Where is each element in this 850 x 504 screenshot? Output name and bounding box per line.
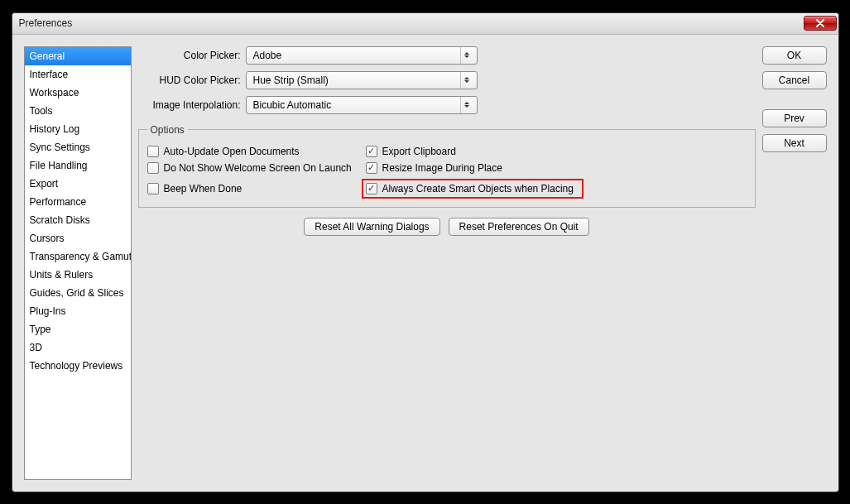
resize-place-check[interactable]: Resize Image During Place	[366, 162, 747, 174]
sidebar-item-technology-previews[interactable]: Technology Previews	[25, 357, 131, 375]
sidebar-item-cursors[interactable]: Cursors	[25, 229, 131, 247]
preferences-window: Preferences General Interface Workspace …	[12, 12, 839, 492]
sidebar-item-history-log[interactable]: History Log	[25, 120, 131, 138]
prev-button[interactable]: Prev	[762, 109, 827, 127]
sidebar-item-transparency-gamut[interactable]: Transparency & Gamut	[25, 247, 131, 266]
sidebar-item-guides-grid-slices[interactable]: Guides, Grid & Slices	[25, 284, 131, 302]
checkbox-icon	[147, 183, 159, 194]
sidebar-item-sync-settings[interactable]: Sync Settings	[25, 138, 131, 156]
options-group: Options Auto-Update Open Documents Expor…	[138, 124, 756, 208]
next-button[interactable]: Next	[762, 134, 827, 152]
dialog-buttons: OK Cancel Prev Next	[762, 46, 827, 480]
interpolation-value: Bicubic Automatic	[253, 99, 332, 111]
beep-check[interactable]: Beep When Done	[147, 179, 363, 199]
reset-prefs-on-quit-button[interactable]: Reset Preferences On Quit	[449, 218, 589, 236]
hud-picker-row: HUD Color Picker: Hue Strip (Small)	[138, 71, 756, 89]
hud-picker-label: HUD Color Picker:	[138, 74, 246, 86]
beep-label: Beep When Done	[164, 183, 243, 194]
updown-icon	[460, 47, 473, 64]
ok-button[interactable]: OK	[762, 46, 827, 65]
reset-buttons-row: Reset All Warning Dialogs Reset Preferen…	[138, 218, 756, 236]
interpolation-row: Image Interpolation: Bicubic Automatic	[138, 96, 756, 114]
color-picker-label: Color Picker:	[138, 50, 246, 61]
sidebar-item-interface[interactable]: Interface	[25, 65, 131, 84]
sidebar-item-workspace[interactable]: Workspace	[25, 84, 131, 102]
spacer	[762, 96, 827, 103]
cancel-button[interactable]: Cancel	[762, 71, 827, 89]
updown-icon	[460, 72, 473, 89]
options-legend: Options	[147, 124, 188, 136]
export-clipboard-label: Export Clipboard	[382, 146, 456, 157]
category-sidebar[interactable]: General Interface Workspace Tools Histor…	[24, 46, 132, 480]
checkbox-icon	[147, 146, 159, 157]
hud-picker-value: Hue Strip (Small)	[253, 74, 329, 86]
sidebar-item-general[interactable]: General	[25, 47, 131, 65]
sidebar-item-performance[interactable]: Performance	[25, 193, 131, 211]
smart-objects-check-wrapper: Always Create Smart Objects when Placing	[366, 179, 747, 199]
sidebar-item-scratch-disks[interactable]: Scratch Disks	[25, 211, 131, 229]
color-picker-value: Adobe	[253, 50, 282, 61]
checkbox-icon	[147, 162, 159, 174]
sidebar-item-plug-ins[interactable]: Plug-Ins	[25, 302, 131, 320]
close-icon	[815, 19, 825, 27]
sidebar-item-units-rulers[interactable]: Units & Rulers	[25, 266, 131, 284]
close-button[interactable]	[804, 16, 837, 31]
titlebar: Preferences	[12, 13, 838, 35]
sidebar-item-type[interactable]: Type	[25, 320, 131, 338]
hud-picker-select[interactable]: Hue Strip (Small)	[246, 71, 478, 89]
sidebar-item-export[interactable]: Export	[25, 175, 131, 193]
export-clipboard-check[interactable]: Export Clipboard	[366, 146, 747, 157]
content-area: General Interface Workspace Tools Histor…	[12, 35, 838, 492]
smart-objects-check[interactable]: Always Create Smart Objects when Placing	[382, 183, 574, 194]
color-picker-select[interactable]: Adobe	[246, 46, 478, 65]
options-grid: Auto-Update Open Documents Export Clipbo…	[147, 146, 747, 199]
window-title: Preferences	[19, 17, 804, 29]
checkbox-checked-icon	[366, 162, 377, 174]
auto-update-check[interactable]: Auto-Update Open Documents	[147, 146, 363, 157]
main-panel: Color Picker: Adobe HUD Color Picker: Hu…	[138, 46, 756, 480]
updown-icon	[460, 97, 473, 113]
interpolation-label: Image Interpolation:	[138, 99, 246, 111]
sidebar-item-3d[interactable]: 3D	[25, 338, 131, 357]
resize-place-label: Resize Image During Place	[382, 162, 502, 174]
color-picker-row: Color Picker: Adobe	[138, 46, 756, 65]
auto-update-label: Auto-Update Open Documents	[164, 146, 300, 157]
checkbox-checked-icon	[366, 146, 377, 157]
sidebar-item-file-handling[interactable]: File Handling	[25, 156, 131, 175]
smart-objects-highlight: Always Create Smart Objects when Placing	[362, 179, 583, 199]
no-welcome-check[interactable]: Do Not Show Welcome Screen On Launch	[147, 162, 363, 174]
sidebar-item-tools[interactable]: Tools	[25, 102, 131, 120]
interpolation-select[interactable]: Bicubic Automatic	[246, 96, 478, 114]
reset-warnings-button[interactable]: Reset All Warning Dialogs	[304, 218, 439, 236]
no-welcome-label: Do Not Show Welcome Screen On Launch	[164, 162, 352, 174]
checkbox-checked-icon	[366, 183, 377, 194]
